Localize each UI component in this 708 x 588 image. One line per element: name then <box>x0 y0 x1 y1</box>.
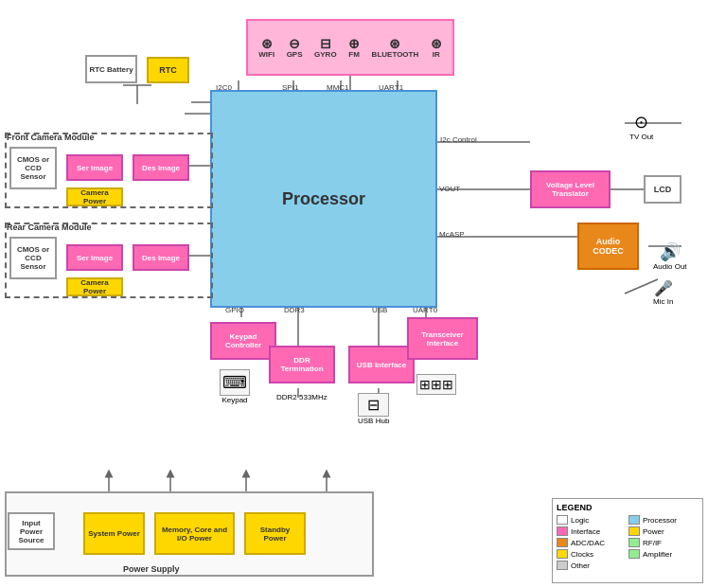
front-des-label: Des Image <box>142 164 180 172</box>
power-legend-label: Power <box>643 527 664 536</box>
input-power-label: Input Power Source <box>11 519 51 544</box>
memory-power-block: Memory, Core and I/O Power <box>154 512 235 555</box>
keypad-controller-block: Keypad Controller <box>210 322 276 360</box>
legend-box: LEGEND Logic Processor Interface Power A… <box>552 498 703 583</box>
gps-icon: ⊖ <box>289 37 300 50</box>
uart0-label: UART0 <box>413 306 437 314</box>
fm-icon: ⊕ <box>348 37 360 50</box>
audio-codec-label: Audio CODEC <box>581 237 635 256</box>
logic-label: Logic <box>571 516 589 525</box>
ddr-termination-label: DDR Termination <box>273 356 331 373</box>
wifi-item: ⊛ WIFI <box>258 37 274 59</box>
lcd-label: LCD <box>654 185 672 194</box>
processor-block: Processor <box>210 90 437 308</box>
keypad-area: ⌨ Keypad <box>220 369 250 404</box>
lcd-block: LCD <box>644 175 681 204</box>
rfif-label: RF/IF <box>643 539 662 547</box>
front-ser-label: Ser Image <box>77 164 113 172</box>
bluetooth-icon: ⊛ <box>389 37 400 50</box>
mic-in-area: 🎤 Mic In <box>653 279 673 306</box>
rtc-battery-block: RTC Battery <box>85 55 137 83</box>
other-color <box>557 561 568 570</box>
gyro-item: ⊟ GYRO <box>314 37 337 59</box>
rear-cam-power-label: Camera Power <box>70 278 119 295</box>
mcasp-label: McASP <box>439 230 465 239</box>
gpio-label: GPIO <box>225 306 244 314</box>
wifi-label: WIFI <box>258 50 274 59</box>
ddr2-label: DDR2 533MHz <box>276 393 327 401</box>
legend-power: Power <box>628 526 699 536</box>
rear-ser-block: Ser Image <box>66 244 123 271</box>
legend-adc: ADC/DAC <box>557 538 627 547</box>
power-color <box>628 526 640 536</box>
usb-label: USB <box>372 306 387 314</box>
rtc-label: RTC <box>159 65 177 75</box>
adc-color <box>557 538 568 547</box>
front-cmos-block: CMOS or CCD Sensor <box>9 147 57 189</box>
transceiver-block: Transceiver Interface <box>407 317 478 360</box>
bluetooth-item: ⊛ BLUETOOTH <box>372 37 419 59</box>
legend-processor: Processor <box>628 515 699 525</box>
bluetooth-label: BLUETOOTH <box>372 50 419 59</box>
system-power-label: System Power <box>88 529 140 538</box>
keypad-label: Keypad <box>220 396 250 404</box>
voltage-translator-label: Voltage Level Translator <box>534 181 607 198</box>
gyro-icon: ⊟ <box>320 37 331 50</box>
rear-des-label: Des Image <box>142 254 180 262</box>
gyro-label: GYRO <box>314 50 337 59</box>
rtc-block: RTC <box>147 57 189 83</box>
fm-item: ⊕ FM <box>348 37 360 59</box>
tv-out-area: ⊙ TV Out <box>629 112 653 141</box>
legend-clocks: Clocks <box>557 549 627 559</box>
processor-color <box>628 515 640 525</box>
vout-label: VOUT <box>439 185 460 193</box>
usb-interface-block: USB Interface <box>348 346 415 383</box>
wireless-module: ⊛ WIFI ⊖ GPS ⊟ GYRO ⊕ FM ⊛ BLUETOOTH ⊛ I… <box>246 19 454 76</box>
keypad-controller-label: Keypad Controller <box>214 332 273 349</box>
amplifier-color <box>628 549 640 559</box>
rear-ser-label: Ser Image <box>77 254 113 262</box>
front-camera-module-label: Front Camera Module <box>7 133 95 142</box>
standby-power-block: Standby Power <box>244 512 306 555</box>
rear-camera-module-label: Rear Camera Module <box>7 223 92 232</box>
standby-power-label: Standby Power <box>248 526 302 543</box>
ddr3-label: DDR3 <box>284 306 305 314</box>
legend-title: LEGEND <box>557 503 699 512</box>
processor-label: Processor <box>282 189 365 209</box>
adc-label: ADC/DAC <box>571 539 605 547</box>
audio-out-label: Audio Out <box>653 262 687 271</box>
logic-color <box>557 515 568 525</box>
legend-amplifier: Amplifier <box>628 549 699 559</box>
i2c0-label: I2C0 <box>216 83 232 92</box>
mmc1-label: MMC1 <box>327 83 349 92</box>
rtc-battery-label: RTC Battery <box>89 65 133 74</box>
voltage-translator-block: Voltage Level Translator <box>530 170 611 208</box>
legend-logic: Logic <box>557 515 627 525</box>
front-cam-power-block: Camera Power <box>66 187 123 206</box>
interface-color <box>557 526 568 536</box>
fm-label: FM <box>348 50 360 59</box>
legend-interface: Interface <box>557 526 627 536</box>
front-ser-block: Ser Image <box>66 154 123 181</box>
mic-in-label: Mic In <box>653 297 673 306</box>
wifi-icon: ⊛ <box>261 37 273 50</box>
front-cam-power-label: Camera Power <box>70 188 119 205</box>
legend-other: Other <box>557 561 627 570</box>
gps-item: ⊖ GPS <box>287 37 303 59</box>
uart1-label: UART1 <box>379 83 403 92</box>
legend-rfif: RF/IF <box>628 538 699 547</box>
ir-icon: ⊛ <box>431 37 442 50</box>
gps-label: GPS <box>287 50 303 59</box>
interface-label: Interface <box>571 527 600 536</box>
system-power-block: System Power <box>83 512 145 555</box>
rear-des-block: Des Image <box>133 244 189 271</box>
clocks-color <box>557 549 568 559</box>
processor-legend-label: Processor <box>643 516 677 525</box>
memory-power-label: Memory, Core and I/O Power <box>158 526 231 543</box>
audio-out-area: 🔊 Audio Out <box>653 241 687 271</box>
rear-cam-power-block: Camera Power <box>66 277 123 296</box>
ir-label: IR <box>433 50 440 59</box>
rear-cmos-block: CMOS or CCD Sensor <box>9 237 57 279</box>
amplifier-label: Amplifier <box>643 550 672 559</box>
ir-item: ⊛ IR <box>431 37 442 59</box>
